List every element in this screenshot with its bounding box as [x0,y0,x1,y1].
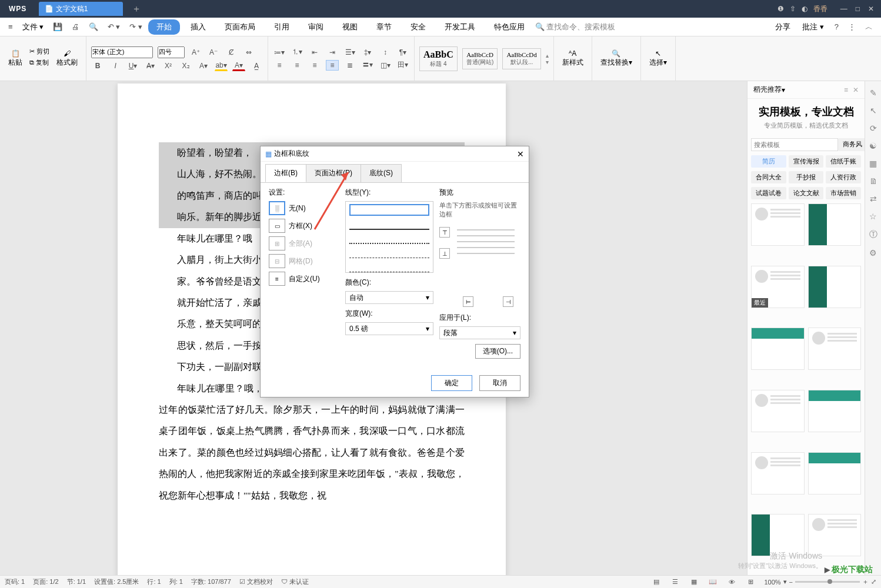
tool-doc-icon[interactable]: 🗎 [869,176,877,186]
tab-home[interactable]: 开始 [148,19,180,35]
tab-review[interactable]: 审阅 [300,19,332,35]
tab-view[interactable]: 视图 [334,19,366,35]
sort-icon[interactable]: ↕ [379,47,392,58]
underline-icon[interactable]: U▾ [126,61,139,71]
increase-indent-icon[interactable]: ⇥ [326,47,339,58]
distribute-icon[interactable]: ≣ [343,60,356,71]
minimize-icon[interactable]: — [840,5,847,13]
dlg-tab-page-border[interactable]: 页面边框(P) [306,164,361,182]
select-button[interactable]: ↖选择▾ [646,47,670,70]
style-heading4[interactable]: AaBbC标题 4 [419,46,458,71]
setting-custom[interactable]: ≡自定义(U) [269,272,339,286]
shading-dropdown-icon[interactable]: ◫▾ [379,60,392,71]
strikethrough-icon[interactable]: A̶▾ [144,61,157,71]
find-replace-button[interactable]: 🔍查找替换▾ [597,47,636,70]
bold-icon[interactable]: B [91,61,104,71]
status-word-count[interactable]: 字数: 107/877 [191,577,231,586]
template-thumb[interactable] [808,452,862,495]
subscript-icon[interactable]: X₂ [179,61,192,71]
template-thumb[interactable] [808,514,862,556]
help-icon[interactable]: ? [831,21,842,32]
template-thumb[interactable] [751,452,805,495]
style-scroll-up[interactable]: ▴ [546,52,549,59]
align-justify-icon[interactable]: ≡ [326,60,339,71]
share-button[interactable]: 分享 [770,19,795,35]
preview-left-border-button[interactable]: ⊢ [463,296,473,307]
numbering-icon[interactable]: ⒈▾ [291,47,303,58]
tool-text-icon[interactable]: Ⓣ [869,229,877,240]
pane-menu-icon[interactable]: ≡ [844,86,848,94]
chip-contract[interactable]: 合同大全 [751,171,786,183]
ok-button[interactable]: 确定 [431,375,472,391]
copy-button[interactable]: ⧉ 复制 [29,58,49,67]
status-column[interactable]: 列: 1 [169,577,183,586]
char-shading-icon[interactable]: A̲ [250,61,263,71]
view-read-icon[interactable]: 📖 [708,578,718,586]
apply-to-combo[interactable]: 段落▾ [439,326,520,339]
template-thumb[interactable] [751,390,805,432]
char-scale-icon[interactable]: ⇔ [242,47,255,58]
chip-thesis[interactable]: 论文文献 [789,187,824,199]
collapse-ribbon-icon[interactable]: ︿ [862,21,876,34]
save-icon[interactable]: 💾 [49,21,66,32]
dlg-tab-border[interactable]: 边框(B) [265,164,306,182]
gift-icon[interactable]: ⇧ [790,5,796,13]
increase-font-icon[interactable]: A⁺ [189,47,202,58]
new-style-button[interactable]: ᴬA新样式 [559,47,587,70]
zoom-in-icon[interactable]: ＋ [862,577,869,586]
line-style-option[interactable] [349,204,429,216]
tool-cursor-icon[interactable]: ↖ [870,106,877,115]
ribbon-options-icon[interactable]: ⋮ [845,21,859,32]
tab-page-layout[interactable]: 页面布局 [216,19,263,35]
setting-box[interactable]: ▭方框(X) [269,219,339,233]
new-tab-button[interactable]: ＋ [132,3,141,15]
zoom-out-icon[interactable]: − [789,579,793,586]
tool-refresh-icon[interactable]: ⟳ [870,123,877,133]
width-combo[interactable]: 0.5 磅▾ [345,322,433,335]
chip-poster[interactable]: 宣传海报 [789,155,824,168]
template-thumb[interactable] [808,390,862,432]
dlg-tab-shading[interactable]: 底纹(S) [361,164,402,182]
template-thumb[interactable] [751,328,805,370]
status-indent[interactable]: 设置值: 2.5厘米 [94,577,139,586]
tab-developer[interactable]: 开发工具 [436,19,483,35]
badge-icon[interactable]: ❶ [777,5,784,13]
tab-insert[interactable]: 插入 [182,19,214,35]
view-nav-icon[interactable]: ⊞ [745,578,756,586]
tab-references[interactable]: 引用 [266,19,298,35]
bullets-icon[interactable]: ≔▾ [273,47,286,58]
font-name-combo[interactable] [91,46,153,58]
tool-gear-icon[interactable]: ⚙ [869,248,877,258]
tool-pencil-icon[interactable]: ✎ [870,88,877,98]
align-right-icon[interactable]: ≡ [308,60,321,71]
dialog-close-icon[interactable]: ✕ [517,149,524,159]
chip-exam[interactable]: 试题试卷 [751,187,786,199]
line-style-list[interactable] [345,201,433,273]
template-thumb[interactable] [751,514,805,556]
template-thumb[interactable] [751,203,805,246]
line-spacing-icon[interactable]: ‡▾ [361,47,374,58]
line-style-option[interactable] [349,246,429,258]
status-page-number[interactable]: 页码: 1 [5,577,25,586]
borders-dropdown-icon[interactable]: 田▾ [396,60,409,71]
outline-2-icon[interactable]: 〓▾ [361,60,374,71]
decrease-font-icon[interactable]: A⁻ [207,47,220,58]
template-thumb[interactable]: 最近 [751,266,805,308]
fullscreen-icon[interactable]: ⤢ [871,578,876,586]
tab-section[interactable]: 章节 [368,19,400,35]
preview-top-border-button[interactable]: ⊤ [439,227,450,238]
view-focus-icon[interactable]: 👁 [726,579,737,586]
setting-all[interactable]: ⊞全部(A) [269,236,339,250]
options-button[interactable]: 选项(O)... [475,344,520,359]
superscript-icon[interactable]: X² [162,61,175,71]
view-outline-icon[interactable]: ☰ [670,578,680,586]
chip-handcopy[interactable]: 手抄报 [789,171,824,183]
undo-icon[interactable]: ↶ ▾ [104,21,124,32]
font-size-combo[interactable] [158,46,185,58]
highlight-icon[interactable]: ab▾ [215,61,228,71]
text-effect-icon[interactable]: A▾ [197,61,210,71]
chip-letter[interactable]: 信纸手账 [826,155,861,168]
category-business[interactable]: 商务风 [838,138,866,151]
color-combo[interactable]: 自动▾ [345,291,433,304]
setting-grid[interactable]: ⊟网格(D) [269,254,339,268]
